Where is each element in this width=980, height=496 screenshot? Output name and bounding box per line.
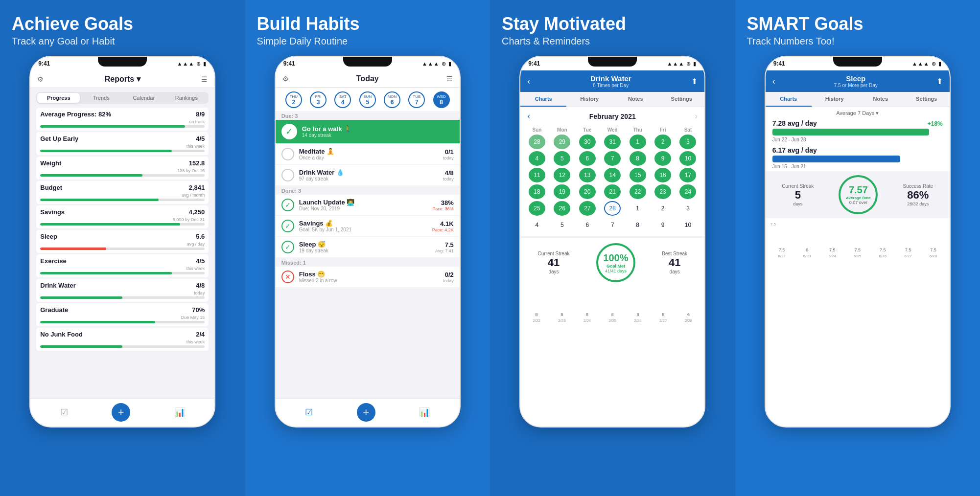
goal-row[interactable]: Graduate 70% Due May 15 <box>36 303 209 326</box>
habit-water[interactable]: Drink Water 💧 97 day streak 4/8 today <box>276 165 460 185</box>
tab-settings-4[interactable]: Settings <box>904 92 950 107</box>
cal-day[interactable]: 9 <box>654 218 671 232</box>
cal-day[interactable]: 15 <box>630 168 646 182</box>
cal-day[interactable]: 12 <box>554 168 570 182</box>
cal-day[interactable]: 7 <box>604 218 621 232</box>
seg-progress[interactable]: Progress <box>37 93 80 103</box>
chart-icon-1[interactable]: 📊 <box>174 407 185 418</box>
goal-row[interactable]: Drink Water 4/8 today <box>36 279 209 302</box>
share-icon-4[interactable]: ⬆ <box>936 77 943 86</box>
bar-value: 8 <box>611 312 614 317</box>
phone-achieve: 9:41 ▲▲▲ ⊛ ▮ ⚙ Reports ▾ ☰ Progress Tren… <box>29 56 215 428</box>
cal-day[interactable]: 10 <box>679 218 696 232</box>
checklist-icon-2[interactable]: ☑ <box>305 407 313 418</box>
goal-row[interactable]: Exercise 4/5 this week <box>36 254 209 277</box>
cal-day[interactable]: 26 <box>554 201 570 216</box>
cal-day[interactable]: 5 <box>554 218 570 232</box>
cal-day[interactable]: 5 <box>554 151 570 166</box>
cal-day[interactable]: 4 <box>529 218 545 232</box>
cal-day[interactable]: 3 <box>679 135 696 149</box>
cal-day[interactable]: 19 <box>554 184 570 199</box>
share-icon-3[interactable]: ⬆ <box>691 77 698 86</box>
add-button-2[interactable]: + <box>357 403 375 422</box>
cal-day[interactable]: 27 <box>579 201 596 216</box>
tab-history-4[interactable]: History <box>812 92 858 107</box>
cal-day[interactable]: 7 <box>604 151 621 166</box>
tab-notes-3[interactable]: Notes <box>612 92 658 107</box>
habit-savings[interactable]: ✓ Savings 💰 Goal: 5K by Jun 1, 2021 4.1K… <box>276 216 460 236</box>
tab-history-3[interactable]: History <box>566 92 612 107</box>
tab-notes-4[interactable]: Notes <box>858 92 904 107</box>
menu-icon-1[interactable]: ☰ <box>201 75 208 83</box>
cal-day[interactable]: 8 <box>630 151 646 166</box>
goal-row[interactable]: Get Up Early 4/5 this week <box>36 132 209 155</box>
habit-meditate[interactable]: Meditate 🧘 Once a day 0/1 today <box>276 144 460 164</box>
cal-day[interactable]: 31 <box>604 135 621 149</box>
habit-launch[interactable]: ✓ Launch Update 👨‍💻 Due: Nov 30, 2019 38… <box>276 195 460 215</box>
goal-row[interactable]: Sleep 5.6 avg / day <box>36 230 209 253</box>
cal-day[interactable]: 28 <box>529 135 545 149</box>
cal-day[interactable]: 13 <box>579 168 596 182</box>
goal-row[interactable]: Savings 4,250 5,000 by Dec 31 <box>36 205 209 228</box>
cal-day[interactable]: 21 <box>604 184 621 199</box>
cal-day[interactable]: 1 <box>630 135 646 149</box>
date-circle[interactable]: THU2 <box>285 91 302 108</box>
tab-settings-3[interactable]: Settings <box>658 92 704 107</box>
goal-row[interactable]: Weight 152.8 136 by Oct 15 <box>36 157 209 180</box>
goal-row[interactable]: Average Progress: 82% 8/9 on track <box>36 108 209 131</box>
seg-trends[interactable]: Trends <box>80 93 122 103</box>
cal-day[interactable]: 28 <box>604 201 621 216</box>
bar-col: 6 2/28 <box>677 312 700 323</box>
tab-charts-4[interactable]: Charts <box>766 92 812 107</box>
cal-day[interactable]: 9 <box>654 151 671 166</box>
date-circle[interactable]: TUE7 <box>408 91 425 108</box>
habit-floss[interactable]: ✕ Floss 😁 Missed 3 in a row 0/2 today <box>276 267 460 287</box>
cal-back[interactable]: ‹ <box>527 111 530 121</box>
cal-day[interactable]: 3 <box>679 201 696 216</box>
cal-day[interactable]: 29 <box>554 135 570 149</box>
goal-row[interactable]: Budget 2,841 avg / month <box>36 181 209 204</box>
cal-day[interactable]: 22 <box>630 184 646 199</box>
cal-day[interactable]: 25 <box>529 201 545 216</box>
date-circle[interactable]: WED8 <box>433 91 450 108</box>
cal-day[interactable]: 10 <box>679 151 696 166</box>
goal-value: 4/8 <box>196 282 205 289</box>
cal-day[interactable]: 1 <box>630 201 646 216</box>
tab-charts-3[interactable]: Charts <box>520 92 566 107</box>
cal-day[interactable]: 6 <box>579 218 596 232</box>
cal-day[interactable]: 23 <box>654 184 671 199</box>
goal-row[interactable]: No Junk Food 2/4 this week <box>36 328 209 351</box>
settings-icon-2[interactable]: ⚙ <box>282 75 289 83</box>
launch-meta: Due: Nov 30, 2019 <box>299 206 427 211</box>
smart-bar-label: 6/22 <box>778 254 786 258</box>
add-button-1[interactable]: + <box>112 403 130 422</box>
cal-day[interactable]: 17 <box>679 168 696 182</box>
cal-day[interactable]: 8 <box>630 218 646 232</box>
date-circle[interactable]: SUN5 <box>359 91 376 108</box>
date-circle[interactable]: MON6 <box>384 91 400 108</box>
seg-rankings[interactable]: Rankings <box>165 93 208 103</box>
settings-icon-1[interactable]: ⚙ <box>37 75 44 83</box>
date-circle[interactable]: SAT4 <box>334 91 351 108</box>
cal-day[interactable]: 18 <box>529 184 545 199</box>
cal-day[interactable]: 20 <box>579 184 596 199</box>
habit-walk[interactable]: ✓ Go for a walk 🚶 14 day streak <box>276 120 460 143</box>
chart-icon-2[interactable]: 📊 <box>419 407 430 418</box>
goal-name: Get Up Early <box>40 135 78 142</box>
cal-day[interactable]: 24 <box>679 184 696 199</box>
cal-day[interactable]: 4 <box>529 151 545 166</box>
cal-day[interactable]: 11 <box>529 168 545 182</box>
cal-day[interactable]: 2 <box>654 135 671 149</box>
cal-fwd[interactable]: › <box>695 111 698 121</box>
habit-sleep[interactable]: ✓ Sleep 😴 19 day streak 7.5 Avg: 7.41 <box>276 237 460 257</box>
cal-day[interactable]: 14 <box>604 168 621 182</box>
cal-day[interactable]: 2 <box>654 201 671 216</box>
cal-day[interactable]: 6 <box>579 151 596 166</box>
seg-calendar[interactable]: Calendar <box>122 93 165 103</box>
cal-day[interactable]: 16 <box>654 168 671 182</box>
panel-smart-subtitle: Track Numbers Too! <box>747 36 969 47</box>
date-circle[interactable]: FRI3 <box>310 91 327 108</box>
cal-day[interactable]: 30 <box>579 135 596 149</box>
checklist-icon-1[interactable]: ☑ <box>60 407 68 418</box>
menu-icon-2[interactable]: ☰ <box>446 75 453 83</box>
